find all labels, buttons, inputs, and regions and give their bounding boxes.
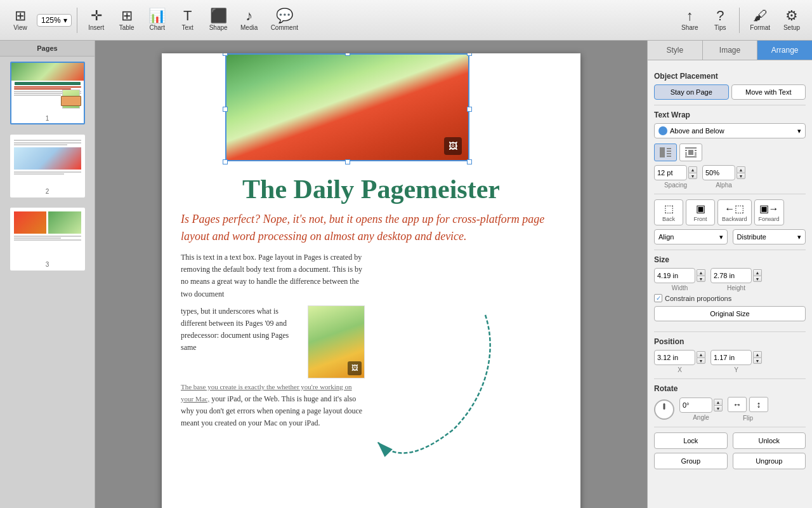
document-image[interactable]: 🖼 [225,53,469,161]
selection-handle-tm [345,53,350,56]
text-wrap-icons [654,144,806,161]
selection-handle-mr [467,107,472,112]
zoom-control[interactable]: 125% ▾ [37,14,72,27]
group-btn[interactable]: Group [654,453,728,469]
ungroup-btn[interactable]: Ungroup [733,453,806,469]
small-inline-image[interactable]: 🖼 [308,305,365,378]
back-btn[interactable]: ⬚ Back [654,199,683,225]
document-page: 🖼 The Daily Pagemeister Is Pages perfect… [162,53,580,508]
selection-handle-bm [345,159,350,164]
angle-up[interactable]: ▲ [714,399,723,405]
angle-value[interactable]: 0° [679,398,712,413]
angle-down[interactable]: ▼ [714,405,723,411]
stay-on-page-btn[interactable]: Stay on Page [654,84,729,100]
text-icon: T [183,9,192,23]
front-btn[interactable]: ▣ Front [686,199,715,225]
spacing-group: 12 pt ▲ ▼ Spacing [654,165,697,189]
tab-arrange[interactable]: Arrange [757,41,812,60]
document-area[interactable]: 🖼 The Daily Pagemeister Is Pages perfect… [95,41,647,508]
flip-vertical-btn[interactable]: ↕ [749,397,768,412]
page-thumb-3[interactable]: 3 [10,208,85,271]
size-row: 4.19 in ▲ ▼ Width 2.78 in ▲ ▼ [654,268,806,291]
alpha-value[interactable]: 50% [702,165,735,180]
y-down[interactable]: ▼ [753,358,762,364]
constrain-checkbox[interactable]: ✓ [654,294,662,302]
position-row: 3.12 in ▲ ▼ X 1.17 in ▲ ▼ [654,350,806,373]
callout-area: Text wrapping around objects is not as p… [377,251,561,430]
toolbar-insert[interactable]: ✛ Insert [82,6,110,34]
toolbar-setup[interactable]: ⚙ Setup [778,6,806,34]
toolbar-shape[interactable]: ⬛ Shape [204,6,233,34]
selection-handle-ml [223,107,228,112]
toolbar-view[interactable]: ⊞ View [6,6,34,34]
toolbar-table[interactable]: ⊞ Table [113,6,141,34]
width-up[interactable]: ▲ [697,269,705,276]
forward-btn[interactable]: ▣→ Forward [754,199,784,225]
toolbar-tips[interactable]: ? Tips [706,6,734,34]
alpha-down[interactable]: ▼ [737,173,745,179]
page-num-1: 1 [11,114,84,123]
y-stepper: ▲ ▼ [753,351,762,364]
width-group: 4.19 in ▲ ▼ Width [654,268,705,291]
flip-horizontal-btn[interactable]: ↔ [728,397,747,412]
svg-rect-1 [660,147,665,157]
backward-btn[interactable]: ←⬚ Backward [717,199,752,225]
toolbar-format[interactable]: 🖌 Format [745,6,775,34]
height-value[interactable]: 2.78 in [710,268,752,283]
dropdown-arrow: ▾ [797,127,801,135]
toolbar-media[interactable]: ♪ Media [235,6,263,34]
move-with-text-btn[interactable]: Move with Text [731,84,806,100]
tab-image[interactable]: Image [703,41,758,60]
y-value[interactable]: 1.17 in [710,350,752,365]
angle-stepper: ▲ ▼ [714,399,723,411]
angle-group: 0° ▲ ▼ Angle [679,398,723,421]
divider-2 [654,194,806,194]
page-thumb-2[interactable]: 2 [10,135,85,197]
x-up[interactable]: ▲ [697,351,705,358]
align-dropdown[interactable]: Align ▾ [654,229,728,244]
tips-label: Tips [714,24,726,31]
text-wrap-dropdown[interactable]: Above and Below ▾ [654,123,806,138]
width-value[interactable]: 4.19 in [654,268,695,283]
lock-btn[interactable]: Lock [654,432,728,449]
width-down[interactable]: ▼ [697,276,705,282]
main-area: Pages 1 [0,41,812,508]
rotate-dial[interactable] [654,399,674,420]
toolbar-text[interactable]: T Text [174,6,202,34]
format-label: Format [750,24,770,31]
height-down[interactable]: ▼ [753,276,762,282]
divider-5 [654,378,806,379]
table-label: Table [119,24,134,31]
flip-label: Flip [743,415,753,422]
insert-icon: ✛ [91,9,102,23]
distribute-dropdown[interactable]: Distribute ▾ [733,229,806,244]
arrangement-row: ⬚ Back ▣ Front ←⬚ Backward ▣→ Forward [654,199,806,225]
media-icon: ♪ [246,9,252,23]
spacing-down[interactable]: ▼ [688,173,697,179]
width-stepper: ▲ ▼ [697,269,705,282]
wrap-icon-around[interactable] [679,144,702,161]
width-label: Width [672,284,688,291]
wrap-icon-inline[interactable] [654,144,677,161]
x-down[interactable]: ▼ [697,358,705,364]
x-value[interactable]: 3.12 in [654,350,695,365]
spacing-value[interactable]: 12 pt [654,165,687,180]
tab-style[interactable]: Style [648,41,703,60]
spacing-up[interactable]: ▲ [688,166,697,173]
toolbar-comment[interactable]: 💬 Comment [266,6,303,34]
page-thumb-1[interactable]: 1 [10,62,85,124]
toolbar-chart[interactable]: 📊 Chart [143,6,171,34]
alpha-up[interactable]: ▲ [737,166,745,173]
flip-group: ↔ ↕ Flip [728,397,768,422]
forward-label: Forward [759,216,780,222]
height-up[interactable]: ▲ [753,269,762,276]
divider-4 [654,331,806,332]
y-group: 1.17 in ▲ ▼ Y [710,350,762,373]
original-size-btn[interactable]: Original Size [654,306,806,321]
height-group: 2.78 in ▲ ▼ Height [710,268,762,291]
pages-sidebar-title: Pages [0,41,95,57]
y-up[interactable]: ▲ [753,351,762,358]
unlock-btn[interactable]: Unlock [733,432,806,449]
align-arrow: ▾ [719,233,723,241]
toolbar-share[interactable]: ↑ Share [676,6,704,34]
